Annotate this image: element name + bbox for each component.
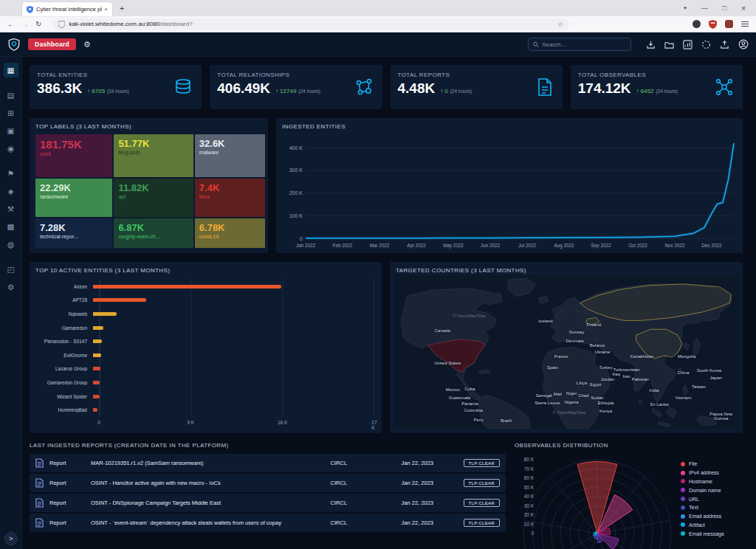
custom-dashboards-chart-icon[interactable] xyxy=(683,40,693,49)
sidebar-item-entities[interactable]: ▩ xyxy=(4,219,18,234)
dashboard-chip[interactable]: Dashboard xyxy=(28,38,76,50)
treemap-tile-technical-repor-[interactable]: 7.28Ktechnical-repor... xyxy=(35,218,112,248)
list-tabs-icon[interactable]: ▾ xyxy=(684,5,687,11)
ingested-entities-chart[interactable]: 400 K300 K200 K100 K0Jan 2022Feb 2022Mar… xyxy=(281,133,738,250)
legend-item-Domain-name[interactable]: Domain name xyxy=(681,486,741,494)
bar[interactable] xyxy=(93,408,97,412)
profile-account-icon[interactable] xyxy=(738,39,749,49)
treemap-tile-ransomware[interactable]: 22.29Kransomware xyxy=(35,179,112,217)
bar[interactable] xyxy=(93,353,101,357)
legend-item-URL[interactable]: URL xyxy=(681,494,741,503)
import-tray-icon[interactable] xyxy=(720,40,729,49)
explore-dashed-circle-icon[interactable] xyxy=(701,40,711,49)
sidebar-item-analyses[interactable]: ▤ xyxy=(4,88,18,103)
legend-item-Email-address[interactable]: Email address xyxy=(681,512,741,521)
legend-item-File[interactable]: File xyxy=(681,460,741,469)
sidebar-item-arsenal[interactable]: ◈ xyxy=(4,184,18,198)
bar-row-Axiom[interactable]: Axiom xyxy=(35,284,374,289)
global-search[interactable] xyxy=(528,38,631,51)
browser-tab[interactable]: Cyber threat intelligence platf... × xyxy=(22,2,112,16)
bar[interactable] xyxy=(93,312,117,316)
legend-item-Artifact[interactable]: Artifact xyxy=(681,521,741,530)
sidebar-item-threats[interactable]: ⚑ xyxy=(4,166,18,181)
bookmark-star-icon[interactable]: ☆ xyxy=(557,21,563,28)
bar[interactable] xyxy=(93,367,100,370)
treemap-tile-roughly-even-ch-[interactable]: 6.87Kroughly-even-ch... xyxy=(114,218,193,248)
treemap-tile-osint[interactable]: 181.75Kosint xyxy=(35,134,112,177)
dashboard-settings-gear-icon[interactable]: ⚙ xyxy=(83,40,91,49)
bar[interactable] xyxy=(93,339,102,343)
bar-row-Ngioweb[interactable]: Ngioweb xyxy=(35,311,374,317)
map-label-Kenya: Kenya xyxy=(599,409,612,413)
new-tab-button[interactable]: + xyxy=(120,4,124,13)
stat-label: TOTAL RELATIONSHIPS xyxy=(217,72,374,78)
firefox-account-icon[interactable] xyxy=(693,20,701,28)
treemap-tile-apt[interactable]: 11.82Kapt xyxy=(114,179,193,217)
bar[interactable] xyxy=(93,381,100,384)
report-name[interactable]: OSINT - `event-stream` dependency attack… xyxy=(91,519,325,526)
bar[interactable] xyxy=(93,298,146,302)
back-button[interactable]: ← xyxy=(7,20,15,28)
bar[interactable] xyxy=(93,285,281,289)
map-label-Kazakhstan: Kazakhstan xyxy=(630,354,653,359)
sidebar-item-settings[interactable]: ⚙ xyxy=(4,280,18,294)
map-label-Ethiopia: Ethiopia xyxy=(598,401,614,405)
report-name[interactable]: MAR-10219351.r1.v2 (SamSam ransomware) xyxy=(91,460,325,466)
opencti-logo-icon[interactable] xyxy=(7,38,21,51)
observables-radar-chart[interactable] xyxy=(515,442,679,549)
bar-row-Pteranodon-S0147[interactable]: Pteranodon - S0147 xyxy=(35,339,374,344)
bar-row-Gamaredon[interactable]: Gamaredon xyxy=(35,325,374,331)
bar-row-HummingBad[interactable]: HummingBad xyxy=(35,407,374,412)
maximize-button[interactable]: □ xyxy=(723,4,726,12)
menu-icon[interactable] xyxy=(741,21,749,27)
forward-button[interactable]: → xyxy=(21,20,29,28)
bar[interactable] xyxy=(93,326,103,330)
bar-row-APT28[interactable]: APT28 xyxy=(35,297,374,303)
map-korea xyxy=(684,342,690,351)
sidebar-item-data[interactable]: ◰ xyxy=(4,262,18,277)
investigations-folder-icon[interactable] xyxy=(664,40,674,49)
reload-button[interactable]: ↻ xyxy=(35,20,41,28)
sidebar-item-observations[interactable]: ◉ xyxy=(4,141,18,156)
sidebar-item-cases[interactable]: ⊞ xyxy=(4,106,18,120)
legend-item-Hostname[interactable]: Hostname xyxy=(681,477,741,486)
treemap-tile-blog-post[interactable]: 51.77Kblog-post xyxy=(114,134,193,177)
sidebar-expand-button[interactable]: > xyxy=(4,532,18,545)
report-date: Jan 22, 2023 xyxy=(402,480,458,486)
minimize-button[interactable]: — xyxy=(701,4,708,12)
top-active-entities-chart[interactable]: AxiomAPT28NgiowebGamaredonPteranodon - S… xyxy=(35,280,374,427)
url-bar[interactable]: kali-violet.whitedome.com.au:8080/dashbo… xyxy=(52,18,569,30)
map-country-united-states[interactable] xyxy=(428,339,486,372)
bar-row-Gamaredon-Group[interactable]: Gamaredon Group xyxy=(35,380,374,385)
tab-close-icon[interactable]: × xyxy=(104,6,108,13)
sidebar-item-techniques[interactable]: ⚒ xyxy=(4,201,18,216)
adblock-shield-icon[interactable] xyxy=(709,20,717,29)
search-input[interactable] xyxy=(542,41,626,48)
sidebar-item-dashboard[interactable]: ▦ xyxy=(4,63,18,77)
world-map[interactable]: CanadaIcelandFinlandNorwayDenmarkBelarus… xyxy=(394,275,738,429)
bar-row-EvilGnome[interactable]: EvilGnome xyxy=(35,353,374,358)
sidebar-item-locations[interactable]: ◍ xyxy=(4,237,18,252)
treemap-tile-covid-19[interactable]: 6.78Kcovid-19 xyxy=(195,218,265,248)
bar-row-Lazarus-Group[interactable]: Lazarus Group xyxy=(35,366,374,371)
report-row[interactable]: ReportOSINT - DNSpionage Campaign Target… xyxy=(30,494,506,512)
report-name[interactable]: OSINT - DNSpionage Campaign Targets Midd… xyxy=(91,500,325,506)
treemap-tile-linux[interactable]: 7.4Klinux xyxy=(195,179,265,217)
bar-row-Wizard-Spider[interactable]: Wizard Spider xyxy=(35,394,374,399)
window-close-button[interactable]: × xyxy=(741,4,746,13)
bar[interactable] xyxy=(93,395,100,398)
legend-item-Email-message[interactable]: Email message xyxy=(681,529,741,538)
legend-item-Text[interactable]: Text xyxy=(681,503,741,512)
extension-icon[interactable] xyxy=(725,20,733,28)
report-row[interactable]: ReportOSINT - `event-stream` dependency … xyxy=(30,514,506,532)
treemap-tile-malware[interactable]: 32.6Kmalware xyxy=(195,134,265,177)
report-name[interactable]: OSINT - Hancitor active again with new m… xyxy=(91,480,325,486)
svg-text:400 K: 400 K xyxy=(289,145,303,151)
report-row[interactable]: ReportOSINT - Hancitor active again with… xyxy=(30,474,506,492)
data-sharing-tray-icon[interactable] xyxy=(646,40,656,49)
legend-item-IPv4-address[interactable]: IPv4 address xyxy=(681,469,741,477)
observables-legend: FileIPv4 addressHostnameDomain nameURLTe… xyxy=(681,460,741,538)
sidebar-item-events[interactable]: ▣ xyxy=(4,123,18,138)
tracking-protection-shield-icon[interactable] xyxy=(58,21,65,28)
report-row[interactable]: ReportMAR-10219351.r1.v2 (SamSam ransomw… xyxy=(30,454,506,472)
